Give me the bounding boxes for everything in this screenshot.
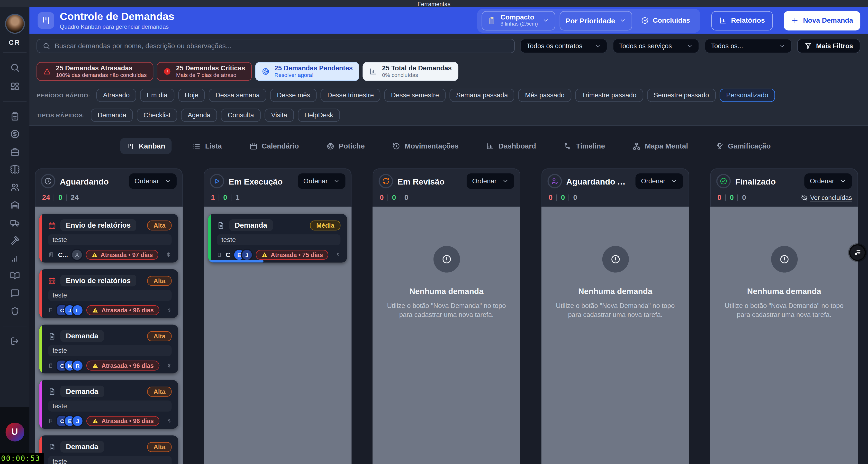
- truck-icon: [10, 218, 20, 228]
- file-text-icon: [48, 332, 56, 340]
- period-option[interactable]: Mês passado: [519, 89, 571, 102]
- user-avatar[interactable]: [5, 14, 25, 34]
- list-icon: [193, 142, 201, 150]
- services-dropdown[interactable]: Todos os serviços: [613, 39, 700, 53]
- period-option[interactable]: Semestre passado: [647, 89, 715, 102]
- sidebar-item-seguranca[interactable]: [6, 304, 23, 318]
- period-option[interactable]: Dessa semana: [209, 89, 267, 102]
- sidebar-item-financeiro[interactable]: [6, 127, 23, 141]
- refresh-icon: [378, 174, 393, 188]
- period-option[interactable]: Desse mês: [270, 89, 317, 102]
- order-button[interactable]: Ordenar: [467, 173, 514, 189]
- type-option[interactable]: Visita: [265, 109, 294, 122]
- chevron-down-icon: [333, 178, 340, 184]
- see-completed-link[interactable]: Ver concluídas: [801, 194, 852, 201]
- assignee-avatar[interactable]: L: [73, 305, 83, 315]
- type-option[interactable]: HelpDesk: [298, 109, 340, 122]
- demand-card[interactable]: Envio de relatórios Alta teste C...: [39, 214, 178, 262]
- empty-title: Nenhuma demanda: [578, 287, 652, 296]
- progress-bar: [208, 260, 264, 262]
- sidebar-item-ferramentas[interactable]: [6, 233, 23, 248]
- more-filters-button[interactable]: Mais Filtros: [797, 39, 860, 53]
- quick-types-label: TIPOS RÁPIDOS:: [36, 112, 85, 118]
- app-logo[interactable]: U: [5, 423, 24, 441]
- type-option[interactable]: Consulta: [221, 109, 260, 122]
- period-option[interactable]: Hoje: [178, 89, 205, 102]
- search-box: [36, 39, 515, 53]
- card-description: teste: [48, 401, 172, 412]
- density-dropdown[interactable]: Compacto 3 linhas (2.5cm): [482, 11, 555, 30]
- period-option-active[interactable]: Personalizado: [720, 89, 775, 102]
- bar-chart-icon: [719, 17, 727, 24]
- demand-card[interactable]: Envio de relatórios Alta teste C J L: [39, 269, 178, 318]
- alert-triangle-icon: [261, 252, 268, 258]
- eye-off-icon: [801, 194, 807, 201]
- tab-gamificacao[interactable]: Gamificação: [709, 138, 777, 154]
- order-button[interactable]: Ordenar: [804, 173, 852, 189]
- sidebar-item-inteligencia[interactable]: [6, 163, 23, 177]
- period-option[interactable]: Desse trimestre: [321, 89, 380, 102]
- stat-total-demands[interactable]: 25 Total de Demandas 0% concluídas: [363, 62, 458, 81]
- period-option[interactable]: Desse semestre: [384, 89, 446, 102]
- sidebar-item-relatorios[interactable]: [6, 251, 23, 265]
- sidebar-item-logistica[interactable]: [6, 215, 23, 230]
- sidebar-item-pessoas[interactable]: [6, 180, 23, 195]
- sidebar-item-chat[interactable]: [6, 286, 23, 301]
- signal-chart-icon: [10, 253, 20, 263]
- sidebar-item-search[interactable]: [6, 60, 23, 75]
- tab-lista[interactable]: Lista: [186, 138, 229, 154]
- priority-sort-dropdown[interactable]: Por Prioridade: [560, 11, 632, 30]
- order-button[interactable]: Ordenar: [129, 173, 177, 189]
- period-option[interactable]: Atrasado: [96, 89, 136, 102]
- new-demand-button[interactable]: Nova Demanda: [783, 11, 860, 30]
- assignee-avatar[interactable]: R: [73, 360, 83, 371]
- tab-movimentacoes[interactable]: Movimentações: [386, 138, 465, 154]
- sidebar-item-negocios[interactable]: [6, 145, 23, 159]
- sidebar-item-dashboard[interactable]: [6, 79, 23, 93]
- type-option[interactable]: Agenda: [181, 109, 217, 122]
- sidebar-item-demandas[interactable]: [6, 109, 23, 123]
- stat-pending-demands[interactable]: 25 Demandas Pendentes Resolver agora!: [255, 62, 359, 81]
- demand-card[interactable]: Demanda Alta teste: [39, 436, 178, 464]
- sidebar-item-logout[interactable]: [6, 334, 23, 348]
- tab-dashboard[interactable]: Dashboard: [480, 138, 543, 154]
- priority-badge: Alta: [148, 276, 172, 286]
- assignee-avatar[interactable]: J: [242, 250, 252, 260]
- assignee-avatar[interactable]: J: [73, 416, 83, 426]
- type-option[interactable]: Demanda: [91, 109, 133, 122]
- tab-label: Dashboard: [498, 142, 536, 150]
- card-title: Demanda: [60, 386, 104, 397]
- density-sublabel: 3 linhas (2.5cm): [500, 21, 538, 27]
- reports-button[interactable]: Relatórios: [711, 11, 773, 30]
- services-dropdown-label: Todos os serviços: [619, 42, 672, 50]
- order-button[interactable]: Ordenar: [636, 173, 683, 189]
- stat-late-demands[interactable]: 25 Demandas Atrasadas 100% das demandas …: [36, 62, 153, 81]
- assignee-avatar[interactable]: [72, 250, 82, 260]
- stat-critical-demands[interactable]: 25 Demandas Críticas Mais de 7 dias de a…: [157, 62, 252, 81]
- demand-card[interactable]: Demanda Alta teste C E J: [39, 380, 178, 429]
- floating-panel-toggle-button[interactable]: [849, 244, 866, 261]
- tab-label: Movimentações: [405, 142, 459, 150]
- period-option[interactable]: Semana passada: [450, 89, 515, 102]
- all-dropdown[interactable]: Todos os...: [705, 39, 792, 53]
- tab-kanban[interactable]: Kanban: [120, 138, 172, 154]
- type-option[interactable]: Checklist: [137, 109, 177, 122]
- tab-calendario[interactable]: Calendário: [243, 138, 306, 154]
- sidebar-item-estoque[interactable]: [6, 198, 23, 212]
- tab-mapa-mental[interactable]: Mapa Mental: [626, 138, 694, 154]
- completed-toggle[interactable]: Concluídas: [637, 17, 694, 24]
- stat-title: 25 Demandas Atrasadas: [56, 64, 147, 72]
- demand-card[interactable]: Demanda Alta teste C M R: [39, 324, 178, 373]
- column-counts: 24 0 24: [42, 193, 177, 202]
- empty-title: Nenhuma demanda: [747, 287, 821, 296]
- period-option[interactable]: Em dia: [140, 89, 174, 102]
- demand-card[interactable]: Demanda Média teste C E J: [208, 214, 347, 262]
- tab-timeline[interactable]: Timeline: [557, 138, 612, 154]
- file-text-icon: [48, 443, 56, 451]
- sidebar-item-biblioteca[interactable]: [6, 269, 23, 283]
- period-option[interactable]: Trimestre passado: [575, 89, 643, 102]
- search-input[interactable]: [55, 42, 509, 50]
- contracts-dropdown[interactable]: Todos os contratos: [521, 39, 608, 53]
- order-button[interactable]: Ordenar: [298, 173, 345, 189]
- tab-potiche[interactable]: Potiche: [320, 138, 371, 154]
